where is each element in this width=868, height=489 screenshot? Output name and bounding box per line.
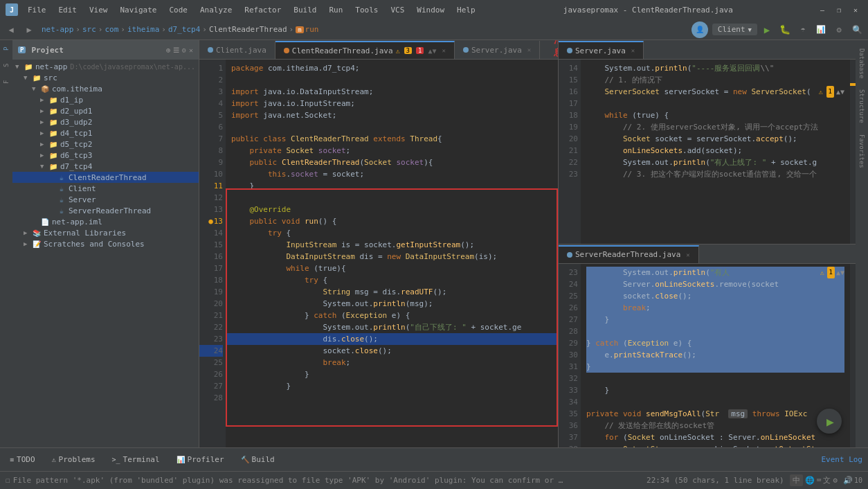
favorites-strip-label[interactable]: Favorites — [858, 134, 865, 168]
structure-strip-icon[interactable]: S — [1, 60, 12, 71]
breadcrumb-d7tcp4[interactable]: d7_tcp4 — [168, 25, 200, 34]
tree-item-d6tcp3[interactable]: ▶ 📁 d6_tcp3 — [12, 150, 199, 161]
event-log-label[interactable]: Event Log — [821, 455, 862, 464]
project-strip-icon[interactable]: P — [1, 43, 12, 54]
project-tree: ▼ 📁 net-app D:\code\javasepromax\net-ap.… — [12, 60, 199, 447]
code-content[interactable]: package com.itheima.d7_tcp4; import java… — [226, 60, 558, 447]
tree-item-server[interactable]: ☕ Server — [12, 194, 199, 205]
menu-run[interactable]: Run — [323, 4, 348, 16]
right-top-code-container: 14151617181920212223 System.out.println(… — [559, 60, 856, 244]
search-icon[interactable]: 🔍 — [849, 21, 865, 38]
build-button[interactable]: 🔨 Build — [237, 454, 279, 465]
tree-item-scratches[interactable]: ▶ 📝 Scratches and Consoles — [12, 238, 199, 249]
maximize-button[interactable]: ❐ — [832, 4, 846, 15]
menu-code[interactable]: Code — [163, 4, 193, 16]
breadcrumb-run[interactable]: m run — [296, 25, 318, 34]
lang-icon[interactable]: 🌐 — [805, 476, 815, 485]
panel-icon-settings[interactable]: ⚙ — [182, 46, 186, 54]
settings-icon[interactable]: ⚙ — [831, 21, 847, 38]
tab-close-btn[interactable]: ✕ — [442, 47, 445, 54]
breadcrumb-itheima[interactable]: itheima — [127, 25, 159, 34]
coverage-button[interactable]: ☂ — [795, 21, 811, 38]
text-icon[interactable]: 文 — [823, 475, 831, 486]
ime-icon[interactable]: 中 — [790, 474, 803, 486]
breadcrumb: net-app › src › com › itheima › d7_tcp4 … — [42, 25, 318, 34]
menu-edit[interactable]: Edit — [53, 4, 83, 16]
tree-item-netapp[interactable]: ▼ 📁 net-app D:\code\javasepromax\net-ap.… — [12, 61, 199, 72]
breadcrumb-src[interactable]: src — [82, 25, 96, 34]
database-strip-label[interactable]: Database — [858, 48, 865, 78]
run-controls: 👤 Client ▼ ▶ 🐛 ☂ 📊 ⚙ 🔍 — [691, 21, 865, 38]
problems-button[interactable]: ⚠ Problems — [48, 454, 100, 465]
close-button[interactable]: ✕ — [849, 4, 862, 15]
tree-item-netiml[interactable]: 📄 net-app.iml — [12, 216, 199, 227]
keyboard-icon[interactable]: ⌨ — [817, 476, 822, 485]
panel-icon-locate[interactable]: ⊕ — [166, 46, 170, 54]
menu-analyze[interactable]: Analyze — [195, 4, 237, 16]
menu-vcs[interactable]: VCS — [385, 4, 410, 16]
menu-view[interactable]: View — [84, 4, 114, 16]
run-button[interactable]: ▶ — [759, 21, 775, 38]
breadcrumb-project[interactable]: net-app — [42, 25, 73, 34]
profiler-button[interactable]: 📊 Profiler — [172, 454, 228, 465]
tree-item-d3udp2[interactable]: ▶ 📁 d3_udp2 — [12, 116, 199, 127]
back-icon[interactable]: ◀ — [3, 21, 19, 38]
tree-item-external[interactable]: ▶ 📚 External Libraries — [12, 227, 199, 238]
tree-item-comitheima[interactable]: ▼ 📦 com.itheima — [12, 83, 199, 94]
structure-strip-label[interactable]: Structure — [858, 89, 865, 123]
tree-item-d1ip[interactable]: ▶ 📁 d1_ip — [12, 94, 199, 105]
editor-tabs: Client.java ClentReaderThread.java ⚠ 3 1… — [199, 40, 558, 60]
right-bottom-editor: ServerReaderThread.java ✕ 23242526272829… — [559, 244, 856, 448]
toolbar-row: ◀ ▶ net-app › src › com › itheima › d7_t… — [0, 19, 868, 40]
tree-item-src[interactable]: ▼ 📁 src — [12, 72, 199, 83]
breadcrumb-active[interactable]: ClentReaderThread — [209, 25, 287, 34]
tab-clentreaderthread[interactable]: ClentReaderThread.java ⚠ 3 1 ▲▼ ✕ — [275, 41, 455, 59]
menu-navigate[interactable]: Navigate — [115, 4, 163, 16]
tab-server[interactable]: Server.java ✕ — [455, 41, 540, 59]
menu-help[interactable]: Help — [451, 4, 481, 16]
status-text: File pattern '*.apk' (from 'bundled' plu… — [13, 476, 567, 485]
left-strip: P S F — [0, 40, 12, 447]
right-bottom-line-numbers: 23242526272829303132333435363738 — [559, 264, 581, 448]
menu-file[interactable]: File — [22, 4, 52, 16]
title-bar: J File Edit View Navigate Code Analyze R… — [0, 0, 868, 19]
tab-serverreaderthread-right[interactable]: ServerReaderThread.java ✕ — [559, 245, 699, 263]
forward-icon[interactable]: ▶ — [21, 21, 37, 38]
menu-build[interactable]: Build — [288, 4, 322, 16]
breadcrumb-com[interactable]: com — [105, 25, 118, 34]
menu-tools[interactable]: Tools — [350, 4, 383, 16]
play-overlay-button[interactable]: ▶ — [817, 409, 842, 434]
code-editor[interactable]: 1 2 3 4 5 6 7 8 9 10 11 12 13 ●13 14 15 … — [199, 60, 558, 447]
profile-button[interactable]: 📊 — [813, 21, 829, 38]
tab-server-right-close[interactable]: ✕ — [631, 47, 635, 54]
right-top-code[interactable]: System.out.println("----服务返回回调\\" // 1. … — [581, 60, 850, 244]
todo-button[interactable]: ≡ TODO — [6, 454, 39, 465]
run-config-dropdown[interactable]: Client ▼ — [712, 24, 757, 35]
right-bottom-code[interactable]: System.out.println("有人 ⚠1▲▼ Server.onLin… — [581, 264, 850, 448]
panel-icon-collapse[interactable]: ☰ — [173, 46, 179, 54]
tree-item-d5tcp2[interactable]: ▶ 📁 d5_tcp2 — [12, 139, 199, 150]
panel-icons: ⊕ ☰ ⚙ ✕ — [166, 46, 193, 54]
tree-item-d4tcp1[interactable]: ▶ 📁 d4_tcp1 — [12, 127, 199, 139]
terminal-button[interactable]: >_ Terminal — [108, 454, 164, 465]
menu-window[interactable]: Window — [411, 4, 450, 16]
editor-area: Client.java ClentReaderThread.java ⚠ 3 1… — [199, 40, 558, 447]
tree-item-clentreaderthread[interactable]: ☕ ClentReaderThread — [12, 172, 199, 183]
tree-item-d2upd1[interactable]: ▶ 📁 d2_upd1 — [12, 105, 199, 116]
main-area: P S F P Project ⊕ ☰ ⚙ ✕ ▼ 📁 net-app D:\c… — [0, 40, 868, 447]
tree-item-d7tcp4[interactable]: ▼ 📁 d7_tcp4 — [12, 161, 199, 172]
tab-client[interactable]: Client.java — [199, 41, 275, 59]
settings2-icon[interactable]: ⚙ — [833, 476, 838, 485]
project-panel: P Project ⊕ ☰ ⚙ ✕ ▼ 📁 net-app D:\code\ja… — [12, 40, 199, 447]
status-message: ☐ File pattern '*.apk' (from 'bundled' p… — [6, 476, 641, 485]
debug-button[interactable]: 🐛 — [777, 21, 793, 38]
tab-server-close[interactable]: ✕ — [527, 46, 531, 53]
tab-serverreaderthread-close[interactable]: ✕ — [686, 251, 689, 258]
tree-item-client[interactable]: ☕ Client — [12, 183, 199, 194]
tab-server-right[interactable]: Server.java ✕ — [559, 41, 644, 59]
minimize-button[interactable]: — — [815, 4, 829, 15]
tree-item-serverreaderthread[interactable]: ☕ ServerReaderThread — [12, 205, 199, 216]
favorites-strip-icon[interactable]: F — [1, 76, 12, 87]
menu-refactor[interactable]: Refactor — [239, 4, 287, 16]
panel-icon-close[interactable]: ✕ — [189, 46, 193, 54]
